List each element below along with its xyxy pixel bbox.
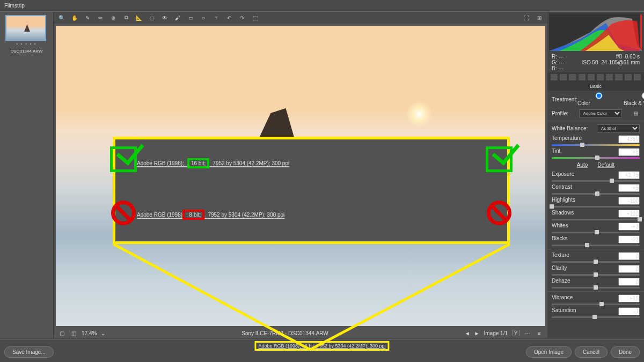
callout-line-bad: Adobe RGB (1998); 8 bit; 7952 by 5304 (4… bbox=[115, 201, 507, 225]
tab-basic-icon[interactable] bbox=[551, 74, 558, 80]
spot-icon[interactable]: ◌ bbox=[148, 14, 156, 21]
options-icon[interactable]: ⋯ bbox=[524, 329, 531, 337]
tab-detail-icon[interactable] bbox=[569, 74, 576, 80]
tint-slider[interactable]: Tint bbox=[547, 147, 644, 160]
rgb-info: R: --- G: --- B: --- f/8 0.60 s ISO 50 2… bbox=[547, 53, 644, 72]
bit-depth-good: 16 bit; bbox=[187, 158, 209, 168]
tab-lens-icon[interactable] bbox=[597, 74, 604, 80]
bit-depth-bad: ; 8 bit; bbox=[182, 210, 204, 220]
treatment-row: Treatment: Color Black & White bbox=[547, 91, 644, 108]
checkmark-icon bbox=[110, 146, 137, 172]
rotate-ccw-icon[interactable]: ↶ bbox=[225, 14, 233, 21]
zoom-icon[interactable]: 🔍 bbox=[58, 14, 65, 21]
straighten-icon[interactable]: 📐 bbox=[135, 14, 143, 21]
filmstrip-panel: • • • • • DSC01344.ARW bbox=[0, 12, 54, 338]
callout-line-good: Adobe RGB (1998); 16 bit; 7952 by 5304 (… bbox=[115, 149, 507, 174]
right-panel: R: --- G: --- B: --- f/8 0.60 s ISO 50 2… bbox=[547, 12, 644, 338]
texture-slider[interactable]: Texture bbox=[547, 251, 644, 264]
shadows-slider[interactable]: Shadows bbox=[547, 209, 644, 221]
thumb-filename: DSC01344.ARW bbox=[5, 49, 48, 54]
checkmark-icon[interactable]: Y bbox=[512, 330, 519, 336]
histogram[interactable] bbox=[549, 13, 642, 51]
ban-icon bbox=[111, 201, 136, 225]
list-icon[interactable]: ≡ bbox=[213, 14, 220, 21]
annotation-callout: Adobe RGB (1998); 16 bit; 7952 by 5304 (… bbox=[113, 137, 510, 244]
thumbnail[interactable]: • • • • • DSC01344.ARW bbox=[5, 15, 48, 54]
mark-icon[interactable]: ⬚ bbox=[251, 14, 259, 21]
basic-title: Basic bbox=[547, 82, 644, 91]
save-image-button[interactable]: Save Image... bbox=[4, 346, 54, 358]
eyedropper-white-icon[interactable]: ✎ bbox=[84, 14, 91, 21]
sun-decor bbox=[406, 101, 433, 128]
open-image-button[interactable]: Open Image bbox=[526, 346, 572, 358]
callout-pointer bbox=[112, 242, 511, 355]
done-button[interactable]: Done bbox=[611, 346, 640, 358]
eye-icon[interactable]: 👁 bbox=[161, 14, 169, 21]
blacks-slider[interactable]: Blacks bbox=[547, 234, 644, 247]
highlights-slider[interactable]: Highlights bbox=[547, 196, 644, 209]
tab-preset-icon[interactable] bbox=[625, 74, 632, 80]
auto-link[interactable]: Auto bbox=[577, 162, 588, 168]
auto-default-links: Auto Default bbox=[547, 160, 644, 170]
saturation-slider[interactable]: Saturation bbox=[547, 306, 644, 319]
tab-split-icon[interactable] bbox=[588, 74, 595, 80]
eyedropper-color-icon[interactable]: ✏ bbox=[97, 14, 104, 21]
whites-slider[interactable]: Whites bbox=[547, 221, 644, 234]
rotate-cw-icon[interactable]: ↷ bbox=[238, 14, 246, 21]
filmstrip-label: Filmstrip bbox=[4, 3, 25, 9]
chevron-down-icon[interactable]: ⌄ bbox=[101, 330, 105, 336]
wb-row: White Balance: As Shot bbox=[547, 123, 644, 134]
grid-icon[interactable]: ⊞ bbox=[536, 14, 543, 21]
radio-color[interactable]: Color bbox=[577, 92, 620, 106]
radio-bw[interactable]: Black & White bbox=[624, 92, 644, 106]
tab-fx-icon[interactable] bbox=[606, 74, 613, 80]
default-link[interactable]: Default bbox=[597, 162, 614, 168]
panel-tabs bbox=[547, 72, 644, 82]
dehaze-slider[interactable]: Dehaze bbox=[547, 277, 644, 290]
tab-hsl-icon[interactable] bbox=[579, 74, 586, 80]
filmstrip-bar: Filmstrip bbox=[0, 0, 644, 12]
menu-icon[interactable]: ≡ bbox=[536, 329, 543, 337]
brush-icon[interactable]: 🖌 bbox=[174, 14, 181, 21]
cancel-button[interactable]: Cancel bbox=[575, 346, 608, 358]
thumbnail-image[interactable] bbox=[5, 15, 46, 41]
compare-icon[interactable]: ▢ bbox=[58, 329, 65, 337]
tool-toolbar: 🔍 ✋ ✎ ✏ ⊕ ⧉ 📐 ◌ 👁 🖌 ▭ ○ ≡ ↶ ↷ ⬚ ⛶ ⊞ bbox=[54, 12, 547, 24]
profile-row: Profile: Adobe Color ⊞ bbox=[547, 108, 644, 119]
exposure-slider[interactable]: Exposure bbox=[547, 170, 644, 183]
grid-browse-icon[interactable]: ⊞ bbox=[632, 110, 640, 117]
tint-input[interactable] bbox=[618, 148, 640, 156]
contrast-slider[interactable]: Contrast bbox=[547, 183, 644, 196]
gradient-icon[interactable]: ▭ bbox=[187, 14, 194, 21]
tab-snap-icon[interactable] bbox=[634, 74, 641, 80]
checkmark-icon bbox=[486, 146, 513, 172]
clarity-slider[interactable]: Clarity bbox=[547, 264, 644, 277]
fullscreen-toggle-icon[interactable]: ⛶ bbox=[523, 14, 530, 21]
crop-icon[interactable]: ⧉ bbox=[122, 14, 130, 21]
temp-slider[interactable]: Temperature bbox=[547, 134, 644, 147]
wb-select[interactable]: As Shot bbox=[597, 124, 640, 132]
thumb-dots: • • • • • bbox=[5, 42, 48, 46]
temp-input[interactable] bbox=[618, 135, 640, 143]
vibrance-slider[interactable]: Vibrance bbox=[547, 293, 644, 306]
compare2-icon[interactable]: ◫ bbox=[70, 329, 77, 337]
svg-rect-0 bbox=[640, 14, 642, 50]
zoom-level[interactable]: 17.4% bbox=[82, 330, 97, 336]
ban-icon bbox=[487, 201, 511, 225]
tab-calib-icon[interactable] bbox=[615, 74, 622, 80]
target-icon[interactable]: ⊕ bbox=[109, 14, 117, 21]
profile-select[interactable]: Adobe Color bbox=[579, 109, 622, 117]
radial-icon[interactable]: ○ bbox=[200, 14, 207, 21]
tab-curve-icon[interactable] bbox=[560, 74, 567, 80]
hand-icon[interactable]: ✋ bbox=[71, 14, 78, 21]
